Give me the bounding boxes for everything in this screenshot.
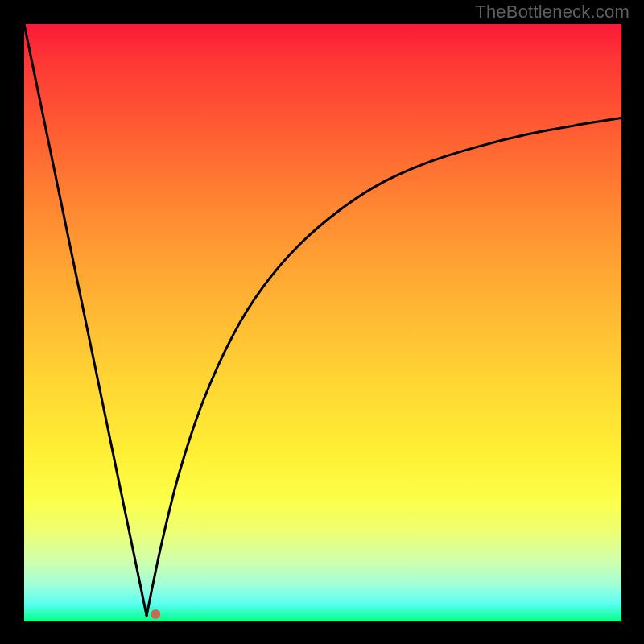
chart-frame: TheBottleneck.com — [0, 0, 644, 644]
plot-svg — [24, 24, 621, 621]
plot-area — [24, 24, 621, 621]
watermark-text: TheBottleneck.com — [475, 2, 630, 23]
curve-left-branch — [24, 24, 147, 616]
curve-right-branch — [147, 118, 621, 615]
minimum-marker — [151, 609, 160, 619]
